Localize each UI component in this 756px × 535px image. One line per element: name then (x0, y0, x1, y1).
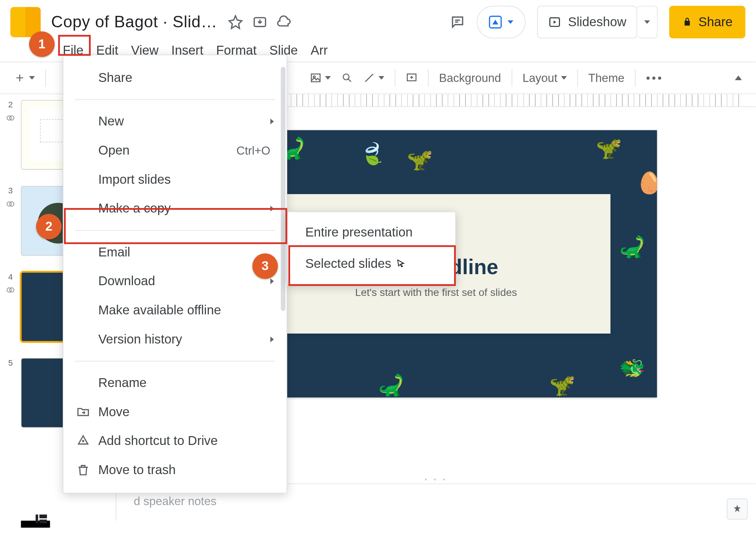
chevron-down-icon (645, 20, 650, 24)
cloud-status-icon[interactable] (277, 14, 292, 30)
background-button[interactable]: Background (439, 71, 501, 84)
menu-item-label: Share (98, 70, 132, 86)
menu-item-trash[interactable]: Move to trash (63, 456, 287, 485)
menu-item-import-slides[interactable]: Import slides (63, 165, 287, 194)
more-button[interactable]: ••• (646, 71, 663, 84)
submenu-arrow-icon (270, 336, 274, 342)
menu-item-share[interactable]: Share (63, 63, 287, 93)
insert-image-button[interactable] (310, 72, 331, 84)
lock-icon (682, 17, 693, 27)
title-icons (228, 14, 292, 30)
document-title[interactable]: Copy of Bagot · Slid… (51, 13, 217, 31)
present-icon (489, 16, 502, 29)
menu-item-label: Import slides (98, 172, 171, 187)
menu-item-rename[interactable]: Rename (63, 369, 287, 398)
menu-item-label: Make available offline (98, 303, 221, 318)
collapse-toolbar-icon[interactable] (735, 76, 742, 80)
thumb-number: 2 (8, 100, 13, 109)
make-a-copy-submenu: Entire presentation Selected slides (287, 211, 456, 284)
annotation-badge-1: 1 (29, 31, 55, 57)
svg-rect-13 (39, 515, 47, 518)
theme-button[interactable]: Theme (588, 71, 625, 84)
share-label: Share (698, 14, 732, 30)
submenu-arrow-icon (270, 206, 274, 212)
chevron-down-icon (29, 76, 35, 79)
menu-item-label: Make a copy (98, 201, 171, 216)
comment-history-icon[interactable] (450, 14, 465, 30)
star-icon[interactable] (228, 14, 243, 30)
notes-placeholder: d speaker notes (134, 494, 216, 507)
layout-label: Layout (523, 71, 558, 84)
submenu-item-label: Entire presentation (305, 225, 413, 240)
header-actions: Slideshow Share (450, 6, 745, 38)
transition-icon (5, 199, 16, 209)
menu-item-label: Version history (98, 332, 182, 347)
menu-item-label: Rename (98, 375, 147, 390)
chevron-down-icon (561, 76, 567, 79)
menu-item-make-a-copy[interactable]: Make a copy (63, 194, 287, 223)
comment-button[interactable] (406, 72, 417, 84)
present-button[interactable] (477, 6, 526, 38)
explore-button[interactable] (727, 498, 748, 520)
line-button[interactable] (363, 72, 384, 84)
layout-button[interactable]: Layout (523, 71, 567, 84)
chevron-down-icon (325, 76, 331, 79)
new-slide-button[interactable] (14, 72, 35, 84)
menu-item-label: Move (98, 404, 130, 420)
menu-item-label: Add shortcut to Drive (98, 434, 218, 449)
menu-item-move[interactable]: Move (63, 397, 287, 427)
dropdown-scrollbar[interactable] (280, 61, 287, 487)
slideshow-dropdown[interactable] (638, 6, 658, 38)
move-to-folder-icon[interactable] (252, 14, 268, 30)
transition-icon (5, 113, 16, 123)
submenu-selected-slides[interactable]: Selected slides (288, 248, 456, 280)
thumb-number: 4 (8, 272, 13, 281)
annotation-badge-3: 3 (252, 253, 278, 279)
submenu-arrow-icon (270, 118, 274, 124)
menu-item-label: Move to trash (98, 463, 176, 478)
chevron-down-icon (508, 20, 513, 24)
annotation-badge-2: 2 (36, 214, 62, 239)
svg-rect-2 (311, 74, 320, 82)
svg-rect-14 (39, 520, 47, 523)
slideshow-label: Slideshow (568, 14, 626, 30)
thumb-number: 3 (8, 186, 13, 195)
menu-item-open[interactable]: OpenCtrl+O (63, 136, 287, 165)
trash-icon (76, 463, 90, 477)
menu-item-version-history[interactable]: Version history (63, 325, 287, 354)
cursor-icon (396, 259, 406, 269)
menu-arrange[interactable]: Arr (311, 43, 328, 58)
share-button[interactable]: Share (669, 6, 745, 38)
submenu-entire-presentation[interactable]: Entire presentation (288, 217, 456, 248)
folder-move-icon (76, 405, 90, 419)
svg-rect-12 (35, 515, 38, 524)
chevron-down-icon (378, 76, 384, 79)
thumb-number: 5 (8, 358, 13, 367)
play-rect-icon (548, 16, 561, 29)
menu-item-new[interactable]: New (63, 107, 287, 136)
google-slides-app: Copy of Bagot · Slid… Slideshow (0, 0, 756, 528)
menu-item-label: Email (98, 245, 130, 260)
slideshow-button[interactable]: Slideshow (537, 6, 637, 38)
menu-item-label: Open (98, 143, 130, 158)
drive-shortcut-icon (76, 434, 90, 448)
submenu-arrow-icon (270, 278, 274, 284)
menu-item-offline[interactable]: Make available offline (63, 296, 287, 325)
shape-button[interactable] (341, 72, 353, 84)
submenu-item-label: Selected slides (305, 256, 391, 272)
grid-view-icon[interactable] (34, 511, 49, 527)
menu-item-label: Download (98, 274, 155, 289)
file-menu-dropdown: Share New OpenCtrl+O Import slides Make … (63, 55, 287, 493)
menu-item-label: New (98, 114, 124, 129)
transition-icon (5, 285, 16, 295)
slide-subtitle[interactable]: Let's start with the first set of slides (355, 286, 517, 298)
menu-item-add-shortcut[interactable]: Add shortcut to Drive (63, 427, 287, 456)
title-bar: Copy of Bagot · Slid… Slideshow (0, 0, 756, 38)
shortcut-label: Ctrl+O (236, 144, 270, 157)
